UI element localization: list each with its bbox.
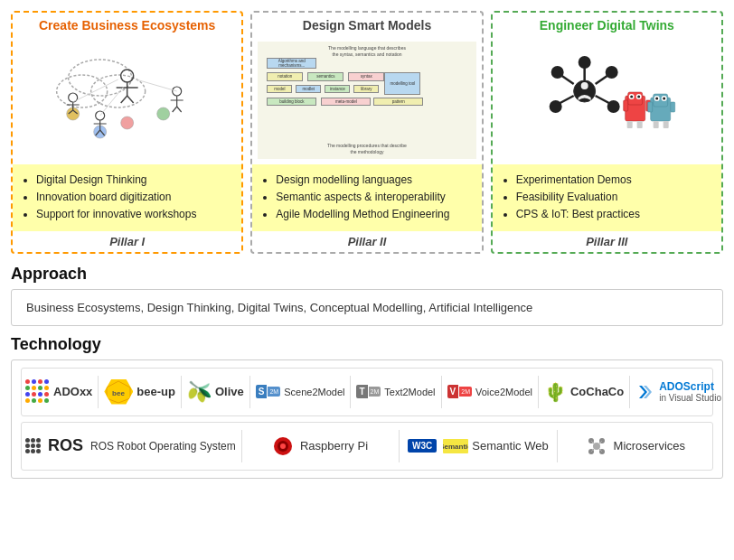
diag-box-8: library [353,85,379,93]
pillar-1: Create Business Ecosystems [11,11,243,254]
ros-text: ROS [48,436,83,455]
svg-line-28 [136,79,177,91]
svg-rect-61 [663,121,668,128]
svg-point-12 [121,70,134,82]
t2m-label: Text2Model [384,387,435,397]
adoscript-text: ADOScript in Visual Studio [659,380,721,403]
voice2model-item: V 2M Voice2Model [447,385,532,398]
pillar-2-image: The modelling language that describesthe… [252,36,481,164]
svg-point-0 [69,60,132,96]
divider-3 [249,376,250,408]
pillar-1-bullet-1: Digital Design Thinking [36,172,232,189]
ros-dot [31,443,35,448]
adoscript-subtitle: in Visual Studio [659,393,721,403]
pillar-3-bullet-2: Feasibility Evaluation [516,189,712,206]
divider-6 [538,376,539,408]
beeup-icon: bee [104,379,133,405]
svg-line-40 [595,96,608,103]
svg-line-29 [100,87,124,116]
svg-point-75 [593,443,600,450]
adoscript-name: ADOScript [659,380,721,393]
adoxx-label: ADOxx [53,385,92,398]
raspi-item: Raspberry Pi [248,436,393,456]
svg-point-68 [280,443,286,449]
ros-dots-wrap [25,438,41,453]
semantic-web-icon: Semantic [443,436,468,456]
svg-text:bee: bee [112,389,125,397]
divider-1 [98,376,99,408]
divider-8 [241,430,242,462]
s2m-badge-wrap: S 2M [256,385,280,398]
diag-box-3: semantics [307,72,343,81]
svg-rect-59 [670,102,674,112]
svg-point-37 [549,100,561,113]
pillar-3-bullets: Experimentation Demos Feasibility Evalua… [493,164,721,231]
diag-box-10: building block [267,98,316,106]
diag-top-text: The modelling language that describesthe… [261,45,472,58]
microservices-item: Microservices [563,436,709,456]
t2m-2m-badge: 2M [369,387,381,397]
pillar-2-header: Design Smart Models [252,13,481,36]
pillar-3-header: Engineer Digital Twins [493,13,721,36]
pillar-2-bullet-3: Agile Modelling Method Engineering [276,206,472,223]
svg-point-35 [550,66,563,79]
svg-point-46 [630,96,633,98]
ros-item: ROS ROS Robot Operating System [25,436,236,455]
pillar-2-bullets: Design modelling languages Semantic aspe… [252,164,481,231]
technology-container: ADOxx bee bee-up 🫒 Olive S 2M [11,359,723,479]
pillar-1-bullets: Digital Design Thinking Innovation board… [13,164,241,231]
divider-2 [181,376,182,408]
cochaco-label: CoChaCo [570,385,624,398]
scene2model-item: S 2M Scene2Model [256,385,345,398]
s2m-2m-badge: 2M [268,387,280,397]
pillars-container: Create Business Ecosystems [11,11,723,254]
svg-rect-60 [653,121,658,128]
divider-4 [350,376,351,408]
diag-box-5: model [267,85,292,93]
w3c-badge: W3C [408,439,437,453]
approach-title: Approach [11,265,723,284]
diag-box-11: meta-model [321,98,371,106]
pillar-1-label: Pillar I [13,231,241,252]
pillar-2: Design Smart Models The modelling langua… [250,11,483,254]
ros-dot [36,449,41,453]
microservices-icon [587,436,607,456]
svg-line-16 [127,96,134,103]
pillar-1-bullet-2: Innovation board digitization [36,189,232,206]
raspi-label: Raspberry Pi [300,439,368,453]
divider-9 [399,430,400,462]
svg-line-20 [173,107,177,112]
semantic-label: Semantic Web [472,439,548,453]
olive-icon: 🫒 [187,380,212,404]
ros-dot [25,443,30,448]
svg-rect-58 [647,102,652,112]
tech-row-1: ADOxx bee bee-up 🫒 Olive S 2M [21,368,713,416]
beeup-label: bee-up [136,385,175,398]
svg-rect-51 [636,121,642,128]
svg-point-5 [157,107,170,120]
pillar-1-svg [18,42,236,159]
divider-10 [557,430,558,462]
diag-box-12: pattern [373,98,423,106]
svg-point-57 [663,98,665,100]
diag-box-7: instance [325,85,350,93]
adoxx-item: ADOxx [25,379,92,404]
svg-point-31 [580,82,588,89]
pillar-2-bullet-2: Semantic aspects & interoperability [276,189,472,206]
pillar-3-bullet-3: CPS & IoT: Best practices [516,206,712,223]
svg-point-41 [607,100,619,113]
pillar-1-image [13,36,241,164]
approach-content: Business Ecosystems, Design Thinking, Di… [26,301,532,314]
svg-point-1 [57,75,108,107]
semantic-item: W3C Semantic Semantic Web [405,436,550,456]
pillar-3-bullet-1: Experimentation Demos [516,172,712,189]
divider-7 [629,376,630,408]
divider-5 [441,376,442,408]
diag-box-9: modelling tool [384,72,420,95]
pillar-1-header: Create Business Ecosystems [13,13,241,36]
v2m-2m-badge: 2M [459,387,472,397]
svg-text:Semantic: Semantic [443,443,468,451]
pillar-3: Engineer Digital Twins [491,11,723,254]
diag-bot-text: The modelling procedures that describeth… [261,143,472,155]
beeup-item: bee bee-up [104,379,175,405]
